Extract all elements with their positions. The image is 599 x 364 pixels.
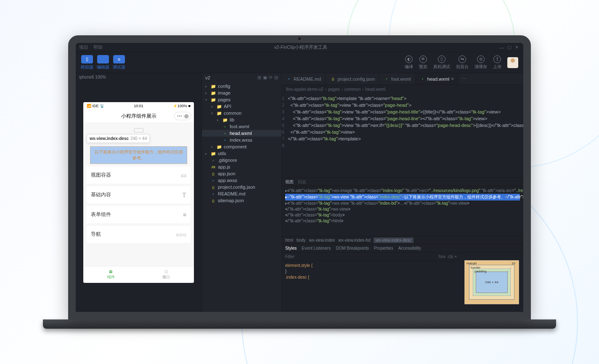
crumb-item[interactable]: head.wxml bbox=[366, 87, 386, 92]
list-item[interactable]: 表单组件≡ bbox=[87, 206, 191, 223]
highlighted-element[interactable]: 以下将展示小程序官方组件能力，组件样式仅供参考。 bbox=[90, 146, 187, 164]
dom-crumb-item[interactable]: wx-view.index-hd bbox=[338, 238, 370, 243]
dom-crumb-item[interactable]: html bbox=[285, 238, 293, 243]
tool-2[interactable]: ▯真机调试 bbox=[433, 55, 450, 70]
refresh-icon[interactable]: ⟳ bbox=[269, 75, 273, 80]
css-rules[interactable]: element.style {}.index-desc {</span></di… bbox=[282, 261, 460, 312]
close-icon[interactable]: ✕ bbox=[514, 45, 520, 50]
editor-panel: ▪README.md{}project.config.json▪foot.wxm… bbox=[282, 73, 523, 312]
list-item[interactable]: 视图容器▭ bbox=[87, 166, 191, 184]
styles-tab[interactable]: Event Listeners bbox=[302, 246, 331, 251]
tree-item[interactable]: ▸📁utils bbox=[202, 150, 281, 157]
tool-1[interactable]: 👁预览 bbox=[419, 55, 427, 70]
window-title: v2-FinClip小程序开发工具 bbox=[274, 44, 328, 50]
tool-4[interactable]: ⊘清缓存 bbox=[474, 55, 487, 70]
crumb-item[interactable]: common bbox=[345, 87, 360, 92]
editor-tab[interactable]: ▪head.wxml× bbox=[416, 73, 459, 84]
mode-1[interactable]: 编辑器 bbox=[97, 55, 109, 70]
tab-component[interactable]: ▦ 组件 bbox=[83, 266, 139, 283]
crumb-item[interactable]: pages bbox=[328, 87, 339, 92]
styles-tab[interactable]: Styles bbox=[285, 246, 297, 251]
tool-5[interactable]: ↥上传 bbox=[493, 55, 501, 70]
phone-simulator: 📶 IDE 📡 10:01 ⚡100% ■ 小程序组件展示 ⋯ ◎ wx-vie… bbox=[83, 102, 194, 283]
more-tabs-icon[interactable]: ⋯ bbox=[459, 76, 470, 82]
tree-item[interactable]: ▪README.md bbox=[202, 190, 281, 197]
tree-item[interactable]: ▪head.wxml bbox=[202, 130, 281, 137]
simulator-panel: iphone6 100% 📶 IDE 📡 10:01 ⚡100% ■ 小程序组件… bbox=[76, 73, 202, 312]
tree-item[interactable]: ▾📁common bbox=[202, 110, 281, 116]
styles-toggles[interactable]: :hov .cls + bbox=[438, 254, 457, 259]
editor-tab[interactable]: ▪README.md bbox=[282, 73, 326, 84]
logo-placeholder bbox=[134, 128, 143, 132]
editor-tab[interactable]: {}project.config.json bbox=[326, 73, 379, 84]
laptop-base bbox=[43, 319, 556, 329]
dom-node[interactable]: </"tk-attr">class="tk-tag">html> bbox=[285, 218, 520, 224]
tree-item[interactable]: ▪index.wxss bbox=[202, 137, 281, 143]
ide-window: 项目 帮助 v2-FinClip小程序开发工具 — ▢ ✕ ▯模拟器编辑器≡调试… bbox=[76, 43, 523, 312]
status-time: 10:01 bbox=[134, 104, 143, 108]
editor-tab[interactable]: ▪foot.wxml bbox=[379, 73, 415, 84]
laptop-frame: 项目 帮助 v2-FinClip小程序开发工具 — ▢ ✕ ▯模拟器编辑器≡调试… bbox=[68, 35, 531, 329]
status-battery: ⚡100% ■ bbox=[173, 104, 191, 108]
titlebar: 项目 帮助 v2-FinClip小程序开发工具 — ▢ ✕ bbox=[76, 43, 523, 52]
dom-crumb-item[interactable]: wx-view.index-desc bbox=[374, 237, 413, 243]
app-title: 小程序组件展示 bbox=[121, 113, 156, 120]
devtools: 视图 日志 ▸<"tk-attr">class="tk-tag">wx-imag… bbox=[282, 177, 523, 312]
styles-tab[interactable]: DOM Breakpoints bbox=[336, 246, 369, 251]
close-icon[interactable]: × bbox=[451, 76, 454, 82]
tool-0[interactable]: ◐编译 bbox=[405, 55, 413, 70]
inspector-tooltip: wx-view.index-desc240 × 44 bbox=[87, 134, 150, 143]
dom-node[interactable]: ▸<"tk-attr">class="tk-tag">wx-image "tk-… bbox=[285, 188, 520, 194]
mode-0[interactable]: ▯模拟器 bbox=[81, 55, 93, 70]
tree-item[interactable]: ▪app.wxss bbox=[202, 177, 281, 184]
styles-tab[interactable]: Properties bbox=[374, 246, 393, 251]
line-gutter: 12345678 bbox=[282, 93, 288, 177]
tree-item[interactable]: {}app.json bbox=[202, 170, 281, 177]
new-folder-icon[interactable]: ▣ bbox=[263, 75, 267, 80]
crumb-item[interactable]: fino-applet-demo-v2 bbox=[286, 87, 323, 92]
tree-item[interactable]: ▸📁image bbox=[202, 90, 281, 96]
tool-3[interactable]: ⇆切后台 bbox=[456, 55, 469, 70]
project-root[interactable]: v2 bbox=[205, 75, 210, 80]
tree-item[interactable]: ▸📁lib bbox=[202, 116, 281, 123]
new-file-icon[interactable]: ⊞ bbox=[257, 75, 261, 80]
minimize-icon[interactable]: — bbox=[499, 45, 505, 50]
tab-api[interactable]: ▢ 接口 bbox=[139, 266, 194, 283]
tree-item[interactable]: {}project.config.json bbox=[202, 184, 281, 190]
maximize-icon[interactable]: ▢ bbox=[506, 45, 512, 50]
dom-node[interactable]: </"tk-attr">class="tk-tag">body> bbox=[285, 212, 520, 218]
dom-crumb-item[interactable]: wx-view.index bbox=[309, 238, 335, 243]
dom-tree[interactable]: ▸<"tk-attr">class="tk-tag">wx-image "tk-… bbox=[282, 186, 523, 237]
box-model: margin 10 border - padding - 240 × 44 bbox=[460, 253, 523, 312]
tree-item[interactable]: ▸📁API bbox=[202, 103, 281, 110]
collapse-icon[interactable]: ⊟ bbox=[274, 75, 278, 80]
styles-filter[interactable]: Filter bbox=[285, 254, 294, 259]
toolbar: ▯模拟器编辑器≡调试器 ◐编译👁预览▯真机调试⇆切后台⊘清缓存↥上传 bbox=[76, 52, 523, 73]
devtools-tab-console[interactable]: 日志 bbox=[298, 179, 306, 185]
menu-project[interactable]: 项目 bbox=[79, 44, 88, 50]
mode-2[interactable]: ≡调试器 bbox=[113, 55, 125, 70]
styles-tab[interactable]: Accessibility bbox=[398, 246, 421, 251]
code-editor[interactable]: <"tk-attr">class="tk-tag">template "tk-a… bbox=[288, 93, 523, 177]
tree-item[interactable]: ▾📁pages bbox=[202, 96, 281, 103]
dom-crumb-item[interactable]: body bbox=[297, 238, 306, 243]
dom-node[interactable]: ▸<"tk-attr">class="tk-tag">wx-view "tk-a… bbox=[285, 194, 520, 200]
devtools-tab-elements[interactable]: 视图 bbox=[285, 179, 294, 185]
tree-item[interactable]: {}sitemap.json bbox=[202, 197, 281, 204]
api-icon: ▢ bbox=[164, 269, 168, 274]
dom-node[interactable]: </"tk-attr">class="tk-tag">wx-view> bbox=[285, 206, 520, 212]
capsule-button[interactable]: ⋯ ◎ bbox=[174, 112, 191, 120]
tree-item[interactable]: ▪foot.wxml bbox=[202, 123, 281, 130]
breadcrumb: fino-applet-demo-v2 › pages › common › h… bbox=[282, 85, 523, 93]
file-explorer: v2 ⊞ ▣ ⟳ ⊟ ▸📁config▸📁image▾📁pages▸📁API▾📁… bbox=[202, 73, 282, 312]
menu-help[interactable]: 帮助 bbox=[93, 44, 103, 50]
tree-item[interactable]: ▸📁component bbox=[202, 143, 281, 150]
list-item[interactable]: 导航○○○ bbox=[87, 226, 191, 243]
dom-node[interactable]: ▸<"tk-attr">class="tk-tag">wx-view "tk-a… bbox=[285, 200, 520, 206]
tree-item[interactable]: ▸📁config bbox=[202, 83, 281, 90]
tree-item[interactable]: ▫.gitignore bbox=[202, 157, 281, 164]
status-signal: 📶 IDE 📡 bbox=[87, 104, 104, 108]
avatar[interactable] bbox=[507, 57, 518, 68]
tree-item[interactable]: JSapp.js bbox=[202, 164, 281, 170]
list-item[interactable]: 基础内容𝕋 bbox=[87, 186, 191, 203]
